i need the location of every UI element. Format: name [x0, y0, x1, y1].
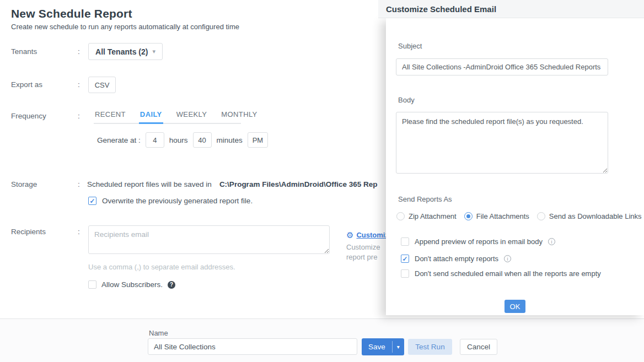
allow-subscribers-label: Allow Subscribers. [101, 280, 163, 289]
option-dont-send-when-empty: Don't send scheduled email when all the … [401, 269, 601, 278]
caret-down-icon: ▾ [152, 48, 155, 55]
help-icon[interactable]: ? [168, 281, 175, 289]
radio-icon [396, 212, 405, 220]
radio-label: File Attachments [476, 212, 529, 220]
meridiem-toggle[interactable]: PM [248, 132, 268, 148]
recipients-input[interactable] [88, 225, 330, 254]
minutes-label: minutes [217, 136, 243, 144]
option-label: Append preview of reports in email body [415, 237, 543, 246]
dont-send-when-empty-checkbox[interactable] [401, 269, 409, 278]
test-run-button[interactable]: Test Run [408, 339, 452, 355]
hours-label: hours [169, 136, 188, 144]
tab-weekly[interactable]: WEEKLY [175, 108, 208, 123]
radio-downloadable-links[interactable]: Send as Downloadable Links [537, 212, 642, 220]
page-subtitle: Create new schedule to run any reports a… [11, 23, 239, 31]
body-input[interactable]: Please find the scheduled report file(s)… [396, 112, 608, 174]
frequency-label: Frequency [11, 112, 46, 120]
dialog-header: Customize Scheduled Email [378, 0, 644, 18]
schedule-name-label: Name [149, 329, 168, 337]
tenants-colon: : [78, 47, 80, 56]
send-reports-as-options: Zip Attachment File Attachments Send as … [396, 212, 642, 220]
radio-file-attachments[interactable]: File Attachments [464, 212, 529, 220]
recipients-label: Recipients [11, 228, 46, 236]
allow-subscribers-checkbox[interactable] [88, 280, 96, 289]
tab-recent[interactable]: RECENT [94, 108, 127, 123]
tenants-dropdown[interactable]: All Tenants (2) ▾ [88, 43, 163, 60]
recipients-hint: Use a comma (,) to separate email addres… [88, 263, 235, 271]
schedule-name-input[interactable] [148, 338, 357, 355]
tab-daily[interactable]: DAILY [139, 108, 163, 124]
recipients-colon: : [78, 228, 80, 236]
export-format-button[interactable]: CSV [88, 77, 116, 93]
dialog-title: Customize Scheduled Email [386, 4, 496, 14]
subject-input[interactable] [396, 58, 608, 75]
page-title: New Schedule Report [11, 7, 132, 20]
generate-at-label: Generate at : [97, 136, 141, 144]
overwrite-label: Overwrite the previously generated repor… [102, 197, 253, 205]
export-as-colon: : [78, 80, 80, 89]
append-preview-checkbox[interactable] [401, 237, 409, 246]
option-label: Don't attach empty reports [415, 255, 498, 263]
info-icon[interactable]: i [504, 255, 511, 262]
gear-icon: ⚙ [346, 231, 353, 239]
storage-line: Scheduled report files will be saved inC… [87, 180, 377, 188]
dialog-body: Subject Body Please find the scheduled r… [386, 18, 644, 315]
storage-path: C:\Program Files\AdminDroid\Office 365 R… [212, 180, 378, 188]
frequency-colon: : [78, 112, 80, 120]
body-label: Body [398, 96, 415, 104]
option-append-preview: Append preview of reports in email body … [401, 237, 555, 246]
radio-zip-attachment[interactable]: Zip Attachment [396, 212, 457, 220]
save-button[interactable]: Save ▾ [362, 338, 404, 355]
send-reports-as-label: Send Reports As [398, 195, 452, 203]
cancel-button[interactable]: Cancel [460, 339, 497, 355]
subject-label: Subject [398, 42, 422, 50]
generate-at-row: Generate at : hours minutes PM [97, 132, 268, 148]
tab-monthly[interactable]: MONTHLY [220, 108, 258, 123]
radio-icon [537, 212, 545, 220]
overwrite-checkbox[interactable] [88, 197, 96, 205]
overwrite-row: Overwrite the previously generated repor… [88, 197, 253, 205]
export-as-label: Export as [11, 80, 42, 89]
minutes-input[interactable] [193, 132, 212, 148]
dont-attach-empty-checkbox[interactable] [401, 255, 409, 263]
option-label: Don't send scheduled email when all the … [415, 269, 601, 278]
save-button-label: Save [362, 338, 392, 355]
option-dont-attach-empty: Don't attach empty reports i [401, 255, 511, 263]
storage-label: Storage [11, 180, 37, 188]
save-dropdown-caret-icon[interactable]: ▾ [393, 338, 404, 355]
tenants-dropdown-value: All Tenants (2) [95, 47, 148, 56]
radio-icon [464, 212, 473, 220]
storage-text: Scheduled report files will be saved in [87, 180, 212, 188]
info-icon[interactable]: i [548, 238, 555, 245]
frequency-tabs: RECENT DAILY WEEKLY MONTHLY [94, 108, 241, 124]
radio-label: Zip Attachment [409, 212, 457, 220]
allow-subscribers-row: Allow Subscribers. ? [88, 280, 175, 289]
radio-label: Send as Downloadable Links [549, 212, 642, 220]
hours-input[interactable] [146, 132, 164, 148]
ok-button[interactable]: OK [505, 300, 525, 313]
tenants-label: Tenants [11, 47, 37, 56]
storage-colon: : [78, 180, 80, 188]
